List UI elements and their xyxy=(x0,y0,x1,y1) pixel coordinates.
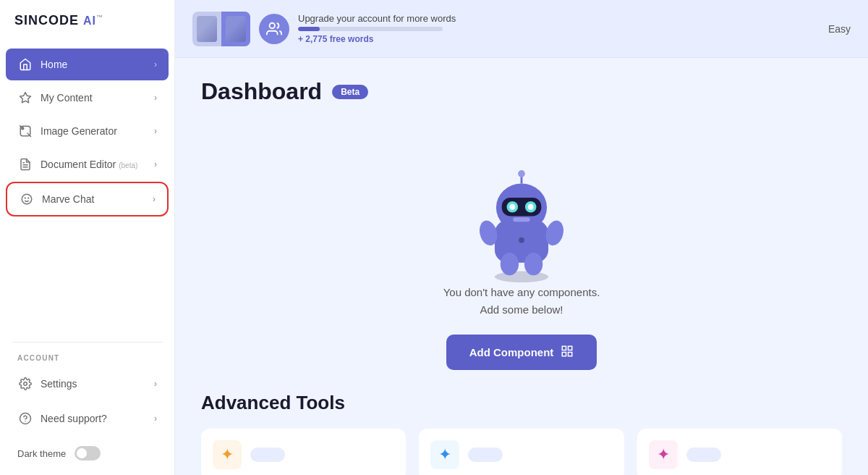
svg-point-9 xyxy=(24,382,27,386)
svg-point-26 xyxy=(501,253,519,275)
nav-divider xyxy=(12,342,163,342)
empty-state-text: You don't have any components. Add some … xyxy=(443,284,600,319)
chevron-right-icon: › xyxy=(154,93,157,103)
advanced-tools-title: Advanced Tools xyxy=(201,392,842,414)
chevron-right-icon: › xyxy=(154,413,157,424)
add-component-button[interactable]: Add Component xyxy=(446,335,597,370)
tool-icon-2: ✦ xyxy=(430,440,459,469)
dark-theme-toggle[interactable] xyxy=(75,446,101,461)
svg-point-19 xyxy=(509,204,515,210)
page-title: Dashboard xyxy=(201,78,322,105)
svg-point-8 xyxy=(27,197,29,198)
progress-bar-fill xyxy=(298,27,320,31)
sidebar: SINCODE AI™ Home › My Content › xyxy=(0,0,175,475)
svg-rect-23 xyxy=(513,217,529,222)
easy-label: Easy xyxy=(828,23,851,35)
chevron-right-icon: › xyxy=(154,379,157,389)
sidebar-item-label: Home xyxy=(41,59,67,70)
free-words-label: + 2,775 free words xyxy=(298,34,456,44)
svg-point-22 xyxy=(518,170,525,177)
tool-card-1[interactable]: ✦ xyxy=(201,429,406,475)
main-content: Upgrade your account for more words + 2,… xyxy=(175,0,868,475)
topbar-left: Upgrade your account for more words + 2,… xyxy=(192,12,828,46)
svg-point-13 xyxy=(495,271,548,282)
sidebar-item-label: Settings xyxy=(41,378,77,390)
sidebar-item-label: Image Generator xyxy=(41,125,117,137)
empty-state: You don't have any components. Add some … xyxy=(201,128,842,392)
img-thumb-2[interactable] xyxy=(221,12,250,46)
img-thumb-1[interactable] xyxy=(192,12,221,46)
sidebar-item-need-support[interactable]: Need support? › xyxy=(6,403,169,434)
img-thumb-2-inner xyxy=(226,16,246,42)
sidebar-item-my-content[interactable]: My Content › xyxy=(6,82,169,114)
add-component-label: Add Component xyxy=(469,346,554,358)
main-nav: Home › My Content › Image Generator › xyxy=(0,41,174,335)
svg-point-6 xyxy=(22,194,32,204)
upgrade-title: Upgrade your account for more words xyxy=(298,13,456,24)
tool-card-2[interactable]: ✦ xyxy=(419,429,624,475)
support-icon xyxy=(17,411,33,426)
grid-icon xyxy=(561,345,574,360)
sidebar-item-document-editor[interactable]: Document Editor (beta) › xyxy=(6,148,169,180)
account-section-label: Account xyxy=(0,350,174,366)
progress-bar xyxy=(298,27,443,31)
chevron-right-icon: › xyxy=(153,194,156,204)
svg-point-20 xyxy=(528,204,534,210)
sidebar-item-marve-chat[interactable]: Marve Chat › xyxy=(6,182,169,217)
settings-icon xyxy=(17,376,33,392)
image-icon xyxy=(17,123,33,139)
tool-icon-3: ✦ xyxy=(649,440,678,469)
empty-message-line1: You don't have any components. xyxy=(443,286,600,298)
chat-icon xyxy=(19,191,35,207)
chevron-right-icon: › xyxy=(154,59,157,70)
beta-badge: Beta xyxy=(332,85,368,99)
img-thumb-1-inner xyxy=(197,16,217,42)
sidebar-item-label: Document Editor (beta) xyxy=(41,159,137,170)
home-icon xyxy=(17,56,33,72)
robot-illustration xyxy=(464,143,579,284)
logo-text: SINCODE AI™ xyxy=(14,13,103,28)
tools-grid: ✦ ✦ ✦ xyxy=(201,429,842,475)
image-toggle-widget[interactable] xyxy=(192,12,250,46)
svg-point-27 xyxy=(524,253,542,275)
chevron-right-icon: › xyxy=(154,159,157,169)
page-content: Dashboard Beta xyxy=(175,58,868,475)
dark-theme-toggle-area: Dark theme xyxy=(0,436,174,475)
chevron-right-icon: › xyxy=(154,126,157,136)
empty-message-line2: Add some below! xyxy=(480,303,563,316)
svg-rect-31 xyxy=(563,353,566,356)
svg-rect-30 xyxy=(569,346,572,350)
topbar: Upgrade your account for more words + 2,… xyxy=(175,0,868,58)
sidebar-item-image-generator[interactable]: Image Generator › xyxy=(6,115,169,147)
document-icon xyxy=(17,156,33,172)
svg-point-12 xyxy=(270,22,275,28)
sidebar-item-label: My Content xyxy=(41,92,93,104)
sidebar-item-label: Marve Chat xyxy=(42,193,94,205)
logo: SINCODE AI™ xyxy=(0,0,174,41)
svg-point-7 xyxy=(25,197,26,198)
sidebar-item-settings[interactable]: Settings › xyxy=(6,368,169,400)
page-header: Dashboard Beta xyxy=(201,78,842,105)
avatar[interactable] xyxy=(259,14,289,44)
content-icon xyxy=(17,90,33,106)
svg-rect-32 xyxy=(569,353,572,356)
upgrade-text-area: Upgrade your account for more words + 2,… xyxy=(298,13,456,44)
svg-rect-29 xyxy=(563,346,566,350)
svg-marker-0 xyxy=(20,93,31,103)
tool-card-3[interactable]: ✦ xyxy=(637,429,842,475)
svg-point-28 xyxy=(519,238,524,243)
sidebar-item-label: Need support? xyxy=(41,413,107,424)
tool-icon-1: ✦ xyxy=(213,440,242,469)
sidebar-item-home[interactable]: Home › xyxy=(6,49,169,80)
dark-theme-label: Dark theme xyxy=(17,448,66,459)
